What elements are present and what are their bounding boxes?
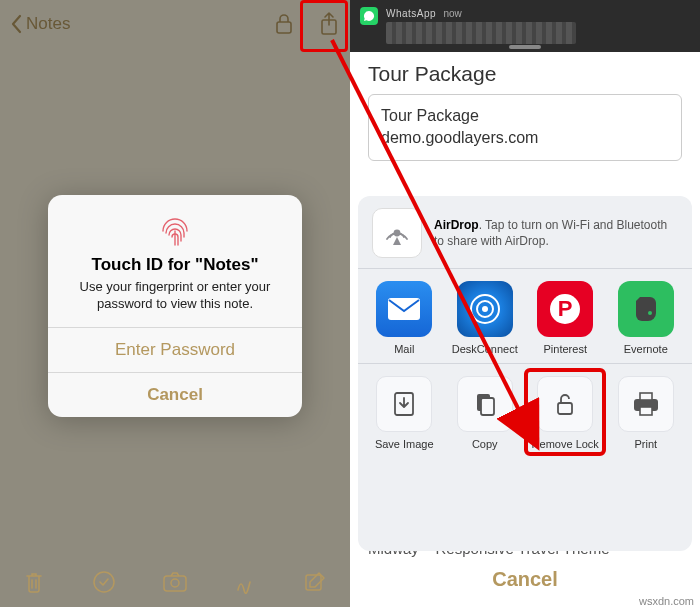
mail-icon	[376, 281, 432, 337]
notification-banner[interactable]: WhatsApp now	[350, 0, 700, 52]
share-app-evernote[interactable]: Evernote	[609, 281, 683, 355]
touchid-message: Use your fingerprint or enter your passw…	[64, 279, 286, 313]
banner-preview	[386, 22, 576, 44]
copy-icon	[457, 376, 513, 432]
right-screenshot: WhatsApp now Tour Package Tour Package d…	[350, 0, 700, 607]
banner-handle[interactable]	[509, 45, 541, 49]
share-actions-row: Save Image Copy Remove Lock Print	[358, 364, 692, 460]
compose-icon[interactable]	[303, 570, 327, 594]
svg-point-4	[171, 579, 179, 587]
svg-text:P: P	[558, 296, 573, 321]
svg-rect-7	[388, 298, 420, 320]
airdrop-icon	[372, 208, 422, 258]
action-copy[interactable]: Copy	[448, 376, 522, 450]
banner-time: now	[443, 8, 461, 19]
touchid-cancel-button[interactable]: Cancel	[48, 372, 302, 417]
card-url: demo.goodlayers.com	[381, 127, 669, 149]
card-title: Tour Package	[381, 105, 669, 127]
share-app-mail[interactable]: Mail	[367, 281, 441, 355]
share-app-deskconnect[interactable]: DeskConnect	[448, 281, 522, 355]
share-apps-row: Mail DeskConnect P Pinterest Evernote	[358, 269, 692, 363]
trash-icon[interactable]	[23, 569, 45, 595]
evernote-icon	[618, 281, 674, 337]
sketch-icon[interactable]	[234, 570, 256, 594]
action-save-image[interactable]: Save Image	[367, 376, 441, 450]
svg-rect-16	[481, 398, 494, 415]
page-title: Tour Package	[350, 52, 700, 94]
left-screenshot: Notes Touch ID for "Notes" Use your fing…	[0, 0, 350, 607]
svg-point-2	[94, 572, 114, 592]
action-print[interactable]: Print	[609, 376, 683, 450]
fingerprint-icon	[157, 213, 193, 249]
action-remove-lock[interactable]: Remove Lock	[528, 376, 602, 450]
svg-point-13	[648, 311, 652, 315]
svg-rect-20	[640, 407, 652, 415]
remove-lock-highlight-box	[524, 368, 606, 456]
banner-app: WhatsApp	[386, 8, 436, 19]
airdrop-row[interactable]: AirDrop. Tap to turn on Wi-Fi and Blueto…	[358, 196, 692, 268]
enter-password-button[interactable]: Enter Password	[48, 327, 302, 372]
checklist-icon[interactable]	[92, 570, 116, 594]
whatsapp-icon	[360, 7, 378, 25]
touchid-title: Touch ID for "Notes"	[64, 255, 286, 275]
watermark: wsxdn.com	[639, 595, 694, 607]
print-icon	[618, 376, 674, 432]
save-image-icon	[376, 376, 432, 432]
link-card[interactable]: Tour Package demo.goodlayers.com	[368, 94, 682, 161]
share-sheet: AirDrop. Tap to turn on Wi-Fi and Blueto…	[358, 196, 692, 551]
camera-icon[interactable]	[162, 571, 188, 593]
svg-rect-19	[640, 393, 652, 400]
touchid-dialog: Touch ID for "Notes" Use your fingerprin…	[48, 195, 302, 417]
notes-toolbar	[0, 557, 350, 607]
svg-point-6	[395, 231, 400, 236]
airdrop-text: AirDrop. Tap to turn on Wi-Fi and Blueto…	[434, 217, 678, 249]
pinterest-icon: P	[537, 281, 593, 337]
share-highlight-box	[300, 0, 348, 52]
deskconnect-icon	[457, 281, 513, 337]
svg-point-10	[482, 306, 488, 312]
share-app-pinterest[interactable]: P Pinterest	[528, 281, 602, 355]
